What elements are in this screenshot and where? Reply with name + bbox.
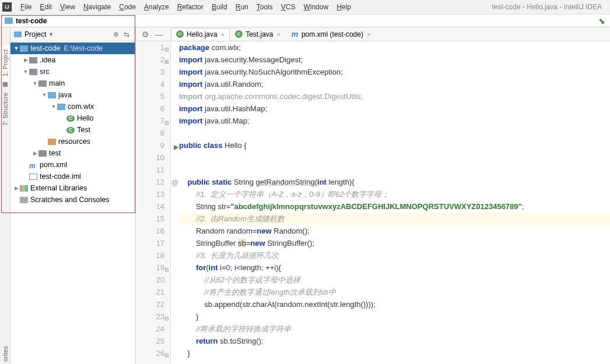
close-icon[interactable]: × <box>221 31 225 38</box>
tree-item-external-libraries[interactable]: ▶External Libraries <box>10 182 135 194</box>
folder-icon <box>38 80 47 87</box>
menu-edit[interactable]: Edit <box>36 3 56 11</box>
editor-tabs: Hello.java×Test.java×pom.xml (test-code)… <box>171 28 376 41</box>
tool-tab-structure[interactable]: 7: Structure <box>1 88 9 130</box>
folder-blue-icon <box>48 92 56 98</box>
code-area[interactable]: package com.wlx;import java.security.Mes… <box>171 41 610 364</box>
dropdown-icon[interactable]: ▼ <box>48 31 54 37</box>
folder-icon <box>29 57 37 63</box>
lib-icon <box>20 185 28 192</box>
class-icon <box>176 30 184 38</box>
project-tree[interactable]: ▼test-codeE:\test-code▶.idea▼src▼main▼ja… <box>10 41 135 364</box>
maven-icon: m <box>29 162 37 168</box>
tree-item-src[interactable]: ▼src <box>10 66 135 77</box>
folder-blue-icon <box>20 45 28 52</box>
tree-item--idea[interactable]: ▶.idea <box>10 54 135 66</box>
project-icon <box>14 31 22 37</box>
editor-toolbar: ⚙ — Hello.java×Test.java×pom.xml (test-c… <box>136 27 610 41</box>
menu-window[interactable]: Window <box>299 3 332 11</box>
menu-run[interactable]: Run <box>232 3 253 11</box>
folder-icon <box>29 69 37 75</box>
app-logo-icon: IJ <box>2 2 12 12</box>
menu-analyze[interactable]: Analyze <box>140 3 173 11</box>
gutter[interactable]: 1⊟2⊞34567⊟89▶101112@13141516171819⊟20212… <box>136 41 171 364</box>
bottom-left-tool-bar: orites <box>0 344 10 364</box>
folder-orange-icon <box>48 139 56 145</box>
separator-icon <box>3 82 8 87</box>
close-icon[interactable]: × <box>367 31 370 38</box>
build-tool-icon[interactable]: ⬊ <box>598 16 605 26</box>
class-icon <box>66 115 75 122</box>
menu-vcs[interactable]: VCS <box>277 3 300 11</box>
tab-hello-java[interactable]: Hello.java× <box>171 28 230 41</box>
menubar: IJ FileEditViewNavigateCodeAnalyzeRefact… <box>0 0 610 15</box>
project-sidebar-header: Project ▼ ⊕ ⇆ <box>10 27 135 41</box>
class-icon <box>66 127 75 133</box>
tree-item-com-wlx[interactable]: ▼com.wlx <box>10 101 135 112</box>
tree-item-test[interactable]: Test <box>10 124 135 136</box>
scratch-icon <box>20 197 28 203</box>
code-editor[interactable]: 1⊟2⊞34567⊟89▶101112@13141516171819⊟20212… <box>136 41 610 364</box>
menu-help[interactable]: Help <box>332 3 355 11</box>
minimize-icon[interactable]: — <box>155 30 164 39</box>
maven-icon <box>291 30 299 38</box>
tree-item-resources[interactable]: resources <box>10 136 135 147</box>
tab-pom-xml-test-code-[interactable]: pom.xml (test-code)× <box>286 28 376 41</box>
window-title: test-code - Hello.java - IntelliJ IDEA <box>492 3 608 11</box>
breadcrumb: test-code ⬊ <box>0 15 610 27</box>
iml-icon <box>29 174 37 180</box>
editor-panel: ⚙ — Hello.java×Test.java×pom.xml (test-c… <box>136 27 610 364</box>
class-icon <box>235 30 243 38</box>
tool-tab-favorites[interactable]: orites <box>1 344 9 364</box>
tree-item-hello[interactable]: Hello <box>10 112 135 124</box>
tree-item-pom-xml[interactable]: mpom.xml <box>10 159 135 171</box>
project-sidebar: Project ▼ ⊕ ⇆ ▼test-codeE:\test-code▶.id… <box>10 27 136 364</box>
project-view-title[interactable]: Project <box>24 30 46 38</box>
tree-item-java[interactable]: ▼java <box>10 89 135 101</box>
tree-item-main[interactable]: ▼main <box>10 77 135 89</box>
menu-view[interactable]: View <box>56 3 79 11</box>
close-icon[interactable]: × <box>277 31 281 38</box>
gear-icon[interactable]: ⚙ <box>141 30 150 39</box>
menu-tools[interactable]: Tools <box>253 3 277 11</box>
tool-tab-project[interactable]: 1: Project <box>1 45 9 81</box>
folder-icon <box>5 17 13 24</box>
menu-file[interactable]: File <box>16 3 36 11</box>
tree-item-test-code[interactable]: ▼test-codeE:\test-code <box>10 43 135 54</box>
folder-blue-icon <box>57 104 65 110</box>
tab-test-java[interactable]: Test.java× <box>230 28 286 41</box>
menu-navigate[interactable]: Navigate <box>79 3 115 11</box>
menu-code[interactable]: Code <box>115 3 140 11</box>
collapse-icon[interactable]: ⇆ <box>122 30 131 38</box>
tree-item-scratches-and-consoles[interactable]: Scratches and Consoles <box>10 194 135 206</box>
breadcrumb-project[interactable]: test-code <box>16 17 47 25</box>
menu-refactor[interactable]: Refactor <box>173 3 208 11</box>
locate-icon[interactable]: ⊕ <box>112 30 120 38</box>
menu-build[interactable]: Build <box>208 3 232 11</box>
tree-item-test-code-iml[interactable]: test-code.iml <box>10 171 135 182</box>
folder-icon <box>38 150 47 157</box>
tree-item-test[interactable]: ▶test <box>10 147 135 159</box>
left-tool-window-bar: 1: Project 7: Structure <box>0 27 10 364</box>
